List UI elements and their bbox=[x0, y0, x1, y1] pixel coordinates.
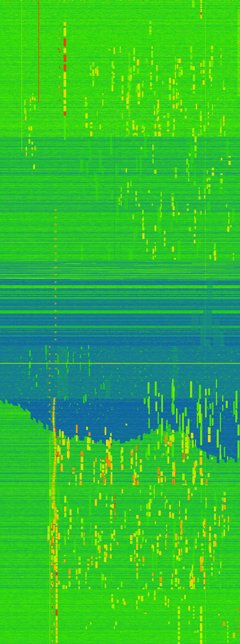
spectrogram-waterfall-canvas[interactable] bbox=[0, 0, 240, 644]
waterfall-view bbox=[0, 0, 240, 644]
